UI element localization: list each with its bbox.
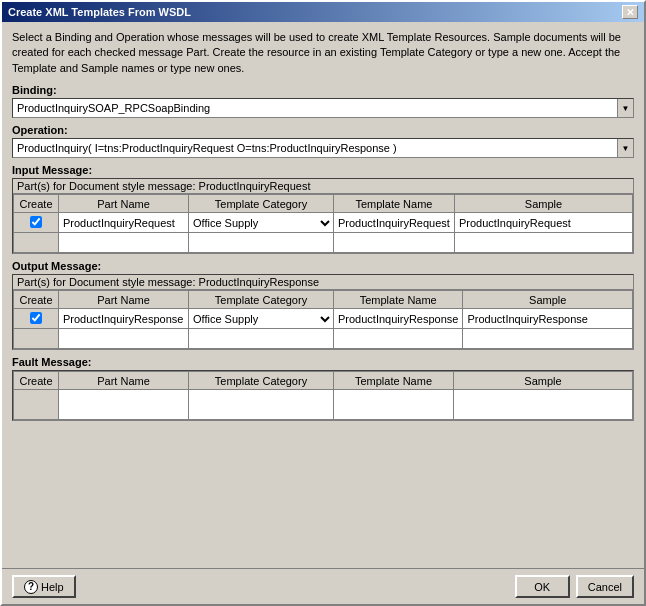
input-message-group: Part(s) for Document style message: Prod… — [12, 178, 634, 254]
fault-col-part-name: Part Name — [59, 372, 189, 390]
operation-combobox[interactable]: ProductInquiry( I=tns:ProductInquiryRequ… — [12, 138, 634, 158]
input-message-label: Input Message: — [12, 164, 634, 176]
fault-empty-create — [14, 390, 59, 420]
input-empty-create — [14, 233, 59, 253]
output-col-template-name: Template Name — [334, 291, 463, 309]
fault-col-template-category: Template Category — [189, 372, 334, 390]
fault-col-template-name: Template Name — [334, 372, 454, 390]
output-row-template-name[interactable]: ProductInquiryResponse — [334, 309, 463, 329]
output-table-container: Create Part Name Template Category Templ… — [13, 290, 633, 349]
cancel-button[interactable]: Cancel — [576, 575, 634, 598]
input-row-create-cell — [14, 213, 59, 233]
fault-message-group: Create Part Name Template Category Templ… — [12, 370, 634, 421]
input-col-sample: Sample — [454, 195, 632, 213]
output-empty-create — [14, 329, 59, 349]
binding-dropdown-btn[interactable]: ▼ — [617, 99, 633, 117]
fault-empty-sample — [454, 390, 633, 420]
output-table-title: Part(s) for Document style message: Prod… — [13, 275, 633, 290]
output-empty-row — [14, 329, 633, 349]
input-row-template-category-select[interactable]: Office Supply — [189, 214, 333, 232]
fault-empty-row — [14, 390, 633, 420]
output-col-sample: Sample — [463, 291, 633, 309]
title-bar: Create XML Templates From WSDL ✕ — [2, 2, 644, 22]
description-text: Select a Binding and Operation whose mes… — [12, 30, 634, 76]
input-col-create: Create — [14, 195, 59, 213]
close-button[interactable]: ✕ — [622, 5, 638, 19]
output-table-row: ProductInquiryResponse Office Supply Pro… — [14, 309, 633, 329]
dialog-content: Select a Binding and Operation whose mes… — [2, 22, 644, 568]
input-row-create-checkbox[interactable] — [30, 216, 42, 228]
output-message-group: Part(s) for Document style message: Prod… — [12, 274, 634, 350]
main-dialog: Create XML Templates From WSDL ✕ Select … — [0, 0, 646, 606]
binding-combobox[interactable]: ProductInquirySOAP_RPCSoapBinding ▼ — [12, 98, 634, 118]
input-row-part-name: ProductInquiryRequest — [59, 213, 189, 233]
output-row-sample[interactable]: ProductInquiryResponse — [463, 309, 633, 329]
dialog-title: Create XML Templates From WSDL — [8, 6, 191, 18]
fault-col-create: Create — [14, 372, 59, 390]
output-message-label: Output Message: — [12, 260, 634, 272]
input-table-title: Part(s) for Document style message: Prod… — [13, 179, 633, 194]
output-row-create-cell — [14, 309, 59, 329]
input-empty-row — [14, 233, 633, 253]
input-row-sample[interactable]: ProductInquiryRequest — [454, 213, 632, 233]
operation-dropdown-btn[interactable]: ▼ — [617, 139, 633, 157]
dialog-actions: OK Cancel — [515, 575, 634, 598]
bottom-bar: ? Help OK Cancel — [2, 568, 644, 604]
input-col-template-category: Template Category — [189, 195, 334, 213]
fault-table: Create Part Name Template Category Templ… — [13, 371, 633, 420]
input-col-part-name: Part Name — [59, 195, 189, 213]
input-table-container: Create Part Name Template Category Templ… — [13, 194, 633, 253]
output-row-template-category-cell: Office Supply — [189, 309, 334, 329]
input-table-row: ProductInquiryRequest Office Supply Prod… — [14, 213, 633, 233]
fault-table-container: Create Part Name Template Category Templ… — [13, 371, 633, 420]
output-table: Create Part Name Template Category Templ… — [13, 290, 633, 349]
input-row-template-category-cell: Office Supply — [189, 213, 334, 233]
help-icon: ? — [24, 580, 38, 594]
fault-empty-cat — [189, 390, 334, 420]
help-label: Help — [41, 581, 64, 593]
output-empty-tname — [334, 329, 463, 349]
input-empty-part — [59, 233, 189, 253]
fault-empty-part — [59, 390, 189, 420]
input-empty-sample — [454, 233, 632, 253]
output-row-part-name: ProductInquiryResponse — [59, 309, 189, 329]
help-button[interactable]: ? Help — [12, 575, 76, 598]
output-col-template-category: Template Category — [189, 291, 334, 309]
output-col-part-name: Part Name — [59, 291, 189, 309]
binding-value: ProductInquirySOAP_RPCSoapBinding — [13, 102, 617, 114]
output-empty-cat — [189, 329, 334, 349]
input-empty-cat — [189, 233, 334, 253]
fault-col-sample: Sample — [454, 372, 633, 390]
operation-label: Operation: — [12, 124, 634, 136]
input-table: Create Part Name Template Category Templ… — [13, 194, 633, 253]
output-empty-part — [59, 329, 189, 349]
output-empty-sample — [463, 329, 633, 349]
output-row-create-checkbox[interactable] — [30, 312, 42, 324]
ok-button[interactable]: OK — [515, 575, 570, 598]
input-col-template-name: Template Name — [334, 195, 455, 213]
operation-value: ProductInquiry( I=tns:ProductInquiryRequ… — [13, 142, 617, 154]
binding-label: Binding: — [12, 84, 634, 96]
fault-message-label: Fault Message: — [12, 356, 634, 368]
input-row-template-name[interactable]: ProductInquiryRequest — [334, 213, 455, 233]
fault-empty-tname — [334, 390, 454, 420]
output-col-create: Create — [14, 291, 59, 309]
output-row-template-category-select[interactable]: Office Supply — [189, 310, 333, 328]
input-empty-tname — [334, 233, 455, 253]
